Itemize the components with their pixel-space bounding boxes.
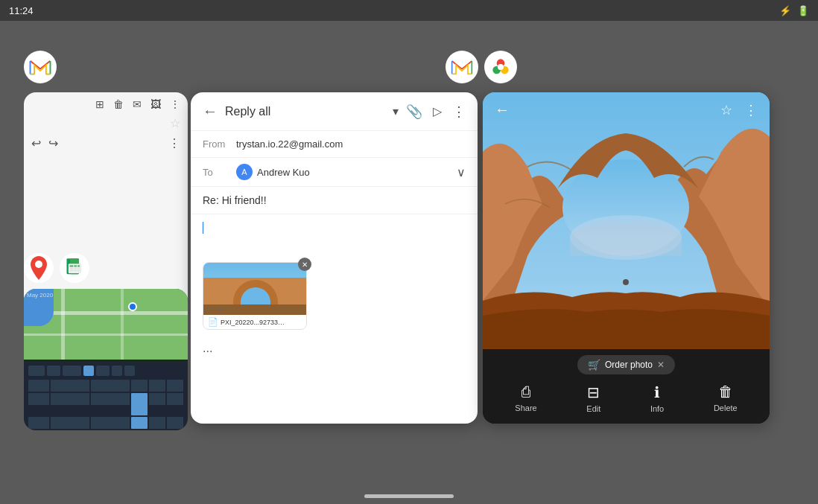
photos-action-bar: ⎙ Share ⊟ Edit ℹ Info 🗑 Delete bbox=[483, 380, 770, 418]
svg-rect-25 bbox=[70, 266, 74, 267]
arch-scene-svg bbox=[483, 92, 770, 368]
svg-rect-30 bbox=[77, 267, 80, 269]
delete-action[interactable]: 🗑 Delete bbox=[714, 383, 738, 413]
attachment-close-button[interactable]: ✕ bbox=[298, 258, 311, 271]
cart-icon: 🛒 bbox=[588, 359, 600, 371]
trash-icon[interactable]: 🗑 bbox=[113, 98, 124, 110]
svg-point-20 bbox=[35, 261, 42, 268]
attachment-info-bar: 📄 PXI_20220...927333.jpg bbox=[203, 315, 306, 329]
svg-rect-28 bbox=[70, 267, 74, 269]
compose-more: ... bbox=[191, 336, 478, 361]
gmail-compose-card: ← Reply all ▾ 📎 ▷ ⋮ From trystan.io.22@g… bbox=[191, 92, 478, 424]
photos-more-icon[interactable]: ⋮ bbox=[744, 102, 758, 118]
photos-card: ← ☆ ⋮ bbox=[483, 92, 770, 424]
more-icon-sm[interactable]: ⋮ bbox=[168, 136, 180, 150]
compose-from-field: From trystan.io.22@gmail.com bbox=[191, 131, 478, 158]
small-card-nav: ↩ ↪ ⋮ bbox=[24, 133, 188, 153]
attachment-file-icon: 📄 bbox=[208, 317, 218, 327]
photo-icon[interactable]: 🖼 bbox=[150, 98, 161, 110]
compose-more-icon[interactable]: ⋮ bbox=[452, 103, 466, 120]
more-vert-icon[interactable]: ⋮ bbox=[170, 98, 180, 110]
svg-rect-31 bbox=[70, 269, 74, 271]
recipient-avatar: A bbox=[236, 164, 253, 180]
maps-mini-view: May 2020 bbox=[24, 289, 188, 360]
compose-title: Reply all bbox=[225, 105, 385, 118]
app-icon-photos[interactable] bbox=[484, 51, 517, 83]
to-label: To bbox=[203, 167, 236, 178]
status-time: 11:24 bbox=[9, 5, 34, 16]
app-icons-right bbox=[446, 51, 517, 83]
share-label: Share bbox=[515, 403, 536, 412]
order-photo-badge: 🛒 Order photo ✕ bbox=[483, 355, 770, 374]
svg-rect-26 bbox=[74, 266, 77, 267]
edit-icon: ⊟ bbox=[587, 383, 600, 401]
svg-rect-32 bbox=[74, 269, 77, 271]
attachment-filename: PXI_20220...927333.jpg bbox=[221, 319, 288, 326]
edit-action[interactable]: ⊟ Edit bbox=[586, 383, 600, 413]
maps-app-icons bbox=[24, 253, 188, 283]
photos-header-actions: ☆ ⋮ bbox=[720, 102, 758, 118]
order-photo-label[interactable]: Order photo bbox=[605, 360, 653, 370]
expand-recipients-button[interactable]: ∨ bbox=[457, 165, 466, 179]
small-card-toolbar: ⊞ 🗑 ✉ 🖼 ⋮ bbox=[24, 92, 188, 116]
star-row: ☆ bbox=[24, 116, 188, 133]
app-icon-gmail-2[interactable] bbox=[446, 51, 478, 83]
nav-bar-indicator bbox=[364, 494, 454, 498]
photos-bottom-bar: 🛒 Order photo ✕ ⎙ Share ⊟ Edit ℹ Info 🗑 … bbox=[483, 349, 770, 424]
grid-icon[interactable]: ⊞ bbox=[95, 98, 104, 110]
delete-label: Delete bbox=[714, 403, 738, 412]
order-badge-pill: 🛒 Order photo ✕ bbox=[577, 355, 675, 374]
info-icon: ℹ bbox=[654, 383, 660, 401]
info-action[interactable]: ℹ Info bbox=[650, 383, 664, 413]
star-icon[interactable]: ☆ bbox=[170, 116, 180, 130]
status-bar: 11:24 ⚡ 🔋 bbox=[0, 0, 818, 21]
compose-back-button[interactable]: ← bbox=[203, 103, 218, 120]
photos-main-image bbox=[483, 92, 770, 368]
svg-rect-27 bbox=[77, 266, 80, 267]
from-label: From bbox=[203, 138, 236, 150]
forward-icon[interactable]: ↪ bbox=[48, 136, 58, 150]
mail-icon[interactable]: ✉ bbox=[133, 98, 142, 110]
attach-icon[interactable]: 📎 bbox=[406, 103, 422, 120]
recipient-name: Andrew Kuo bbox=[257, 167, 457, 178]
svg-point-18 bbox=[623, 279, 629, 285]
sheets-mini-view bbox=[24, 361, 188, 430]
from-email: trystan.io.22@gmail.com bbox=[236, 138, 343, 150]
maps-card-container: May 2020 bbox=[24, 253, 188, 430]
text-cursor bbox=[203, 222, 203, 234]
edit-label: Edit bbox=[586, 404, 600, 413]
app-icon-sheets[interactable] bbox=[60, 253, 89, 283]
map-label: May 2020 bbox=[27, 292, 53, 299]
arch-background bbox=[483, 92, 770, 368]
svg-rect-29 bbox=[74, 267, 77, 269]
send-icon[interactable]: ▷ bbox=[433, 104, 442, 118]
status-icons: ⚡ 🔋 bbox=[779, 5, 809, 16]
battery-icon: 🔋 bbox=[797, 5, 809, 16]
svg-point-15 bbox=[498, 64, 504, 70]
attachment-size: 2.7 MB bbox=[206, 306, 225, 313]
delete-icon: 🗑 bbox=[718, 383, 733, 401]
share-action[interactable]: ⎙ Share bbox=[515, 383, 536, 413]
back-icon[interactable]: ↩ bbox=[31, 136, 41, 150]
compose-body[interactable] bbox=[191, 214, 478, 259]
photos-header: ← ☆ ⋮ bbox=[483, 92, 770, 127]
compose-dropdown-button[interactable]: ▾ bbox=[393, 104, 399, 118]
app-icon-maps[interactable] bbox=[24, 253, 54, 283]
compose-header-actions: 📎 ▷ ⋮ bbox=[406, 103, 466, 120]
wifi-icon: ⚡ bbox=[779, 5, 791, 16]
order-badge-close-button[interactable]: ✕ bbox=[657, 360, 665, 370]
share-icon: ⎙ bbox=[521, 383, 530, 401]
compose-to-field[interactable]: To A Andrew Kuo ∨ bbox=[191, 158, 478, 187]
photos-back-button[interactable]: ← bbox=[495, 101, 510, 118]
gmail-logo bbox=[28, 58, 52, 76]
attachment-container: 📄 PXI_20220...927333.jpg 2.7 MB ✕ bbox=[203, 262, 307, 330]
info-label: Info bbox=[650, 404, 664, 413]
app-icon-gmail-1[interactable] bbox=[24, 51, 57, 83]
svg-rect-33 bbox=[77, 269, 80, 271]
compose-header: ← Reply all ▾ 📎 ▷ ⋮ bbox=[191, 92, 478, 131]
compose-subject: Re: Hi friend!! bbox=[191, 187, 478, 214]
photos-star-icon[interactable]: ☆ bbox=[720, 102, 732, 118]
maps-sheets-card: May 2020 bbox=[24, 289, 188, 430]
